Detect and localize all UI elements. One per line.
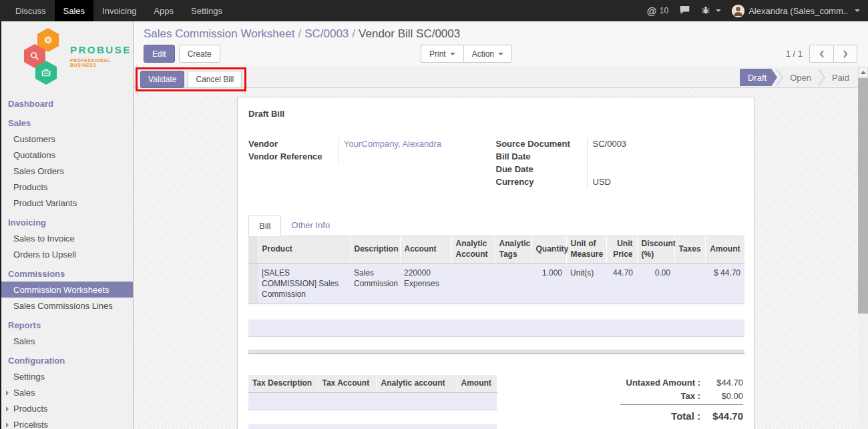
sidebar-section-invoicing[interactable]: Invoicing [1, 214, 133, 230]
cancel-bill-button[interactable]: Cancel Bill [188, 71, 242, 88]
menu-invoicing[interactable]: Invoicing [93, 0, 145, 21]
state-open[interactable]: Open [782, 69, 819, 86]
total-label: Total : [671, 410, 700, 422]
col-unit-price: Unit Price [606, 236, 637, 263]
sidebar-item-settings[interactable]: Settings [1, 368, 133, 384]
messages-button[interactable] [679, 5, 690, 17]
totals-divider [620, 404, 743, 405]
bug-icon [701, 5, 710, 17]
sidebar-item-quotations[interactable]: Quotations [1, 147, 133, 163]
col-analytic-tags: Analytic Tags [495, 236, 531, 263]
sidebar-section-sales[interactable]: Sales [1, 115, 133, 131]
chevron-left-icon [819, 49, 825, 59]
row-handle-column [248, 236, 258, 263]
field-groups: Vendor YourCompany, Alexandra Vendor Ref… [248, 138, 743, 189]
action-button[interactable]: Action [463, 45, 512, 63]
empty-stripe [248, 424, 497, 429]
print-caret-icon [450, 53, 455, 55]
breadcrumb-sc0003-link[interactable]: SC/0003 [304, 27, 349, 40]
create-button[interactable]: Create [179, 45, 220, 63]
mention-icon: @ [647, 5, 657, 17]
probuse-logo[interactable]: PROBUSE PROFESSIONAL BUSINESS [1, 21, 133, 92]
sidebar-item-customers[interactable]: Customers [1, 131, 133, 147]
menu-apps[interactable]: Apps [145, 0, 182, 21]
breadcrumb-current: Vendor Bill SC/0003 [359, 27, 460, 40]
sidebar-item-sales-orders[interactable]: Sales Orders [1, 163, 133, 179]
untaxed-amount-label: Untaxed Amount : [626, 378, 700, 388]
breadcrumb-separator: / [349, 27, 359, 40]
sheet-bottom: Tax Description Tax Account Analytic acc… [248, 375, 743, 429]
sidebar-item-commission-worksheets[interactable]: Commission Worksheets [1, 282, 133, 298]
total-row: Total : $44.70 [615, 407, 743, 424]
breadcrumb-worksheet-link[interactable]: Sales Commission Worksheet [144, 27, 294, 40]
scrollbar-up-button[interactable] [858, 67, 868, 77]
sidebar-item-reports-sales[interactable]: Sales [1, 333, 133, 349]
vendor-value-link[interactable]: YourCompany, Alexandra [338, 138, 496, 151]
cell-quantity: 1.000 [531, 263, 566, 304]
sidebar-item-products[interactable]: Products [1, 179, 133, 195]
inbox-mention-button[interactable]: @ 10 [647, 5, 669, 17]
tab-other-info[interactable]: Other Info [281, 216, 340, 236]
print-button[interactable]: Print [421, 45, 463, 63]
tax-cell [318, 392, 377, 410]
cell-analytic-account [451, 263, 495, 304]
sidebar-item-config-pricelists[interactable]: Pricelists [1, 416, 133, 429]
sidebar-section-commissions[interactable]: Commissions [1, 266, 133, 282]
bill-line-row[interactable]: [SALES COMMISSION] Sales Commission Sale… [248, 263, 744, 304]
bill-date-value [587, 151, 744, 163]
user-menu[interactable]: Alexandra (Sales_comm.. [732, 5, 860, 17]
sidebar-item-sales-to-invoice[interactable]: Sales to Invoice [1, 230, 133, 246]
logo-hexagons [24, 28, 65, 84]
col-tax-analytic-account: Analytic account [377, 375, 457, 392]
sidebar-item-config-products[interactable]: Products [1, 400, 133, 416]
sidebar-item-product-variants[interactable]: Product Variants [1, 195, 133, 211]
state-paid[interactable]: Paid [824, 69, 857, 86]
sidebar-section-reports[interactable]: Reports [1, 317, 133, 333]
sidebar: PROBUSE PROFESSIONAL BUSINESS Dashboard … [0, 21, 134, 429]
lines-header-row: Product Description Account Analytic Acc… [248, 236, 744, 263]
menu-settings[interactable]: Settings [182, 0, 231, 21]
state-draft[interactable]: Draft [740, 69, 777, 86]
cell-product: [SALES COMMISSION] Sales Commission [258, 263, 350, 304]
debug-menu-button[interactable] [701, 5, 721, 17]
due-date-label: Due Date [496, 163, 587, 176]
cell-analytic-tags [495, 263, 531, 304]
mention-count: 10 [660, 6, 668, 15]
col-tax-description: Tax Description [248, 375, 318, 392]
col-taxes: Taxes [674, 236, 705, 263]
vertical-scrollbar[interactable] [858, 67, 868, 429]
horizontal-scrollbar[interactable] [248, 350, 744, 354]
main-area: Sales Commission Worksheet/SC/0003/Vendo… [134, 21, 868, 429]
field-group-left: Vendor YourCompany, Alexandra Vendor Ref… [248, 138, 496, 189]
bill-sheet: Draft Bill Vendor YourCompany, Alexandra… [237, 97, 754, 429]
scrollbar-thumb[interactable] [858, 78, 868, 314]
sidebar-section-configuration[interactable]: Configuration [1, 352, 133, 368]
menu-discuss[interactable]: Discuss [7, 0, 55, 21]
cell-taxes [674, 263, 705, 304]
bill-date-label: Bill Date [496, 151, 587, 163]
untaxed-amount-row: Untaxed Amount : $44.70 [615, 376, 743, 389]
pager-next-button[interactable] [833, 45, 857, 63]
menu-sales[interactable]: Sales [55, 0, 94, 21]
topbar-systray: @ 10 [647, 0, 868, 21]
logo-subtitle: PROFESSIONAL BUSINESS [70, 58, 132, 67]
pager-previous-button[interactable] [809, 45, 833, 63]
logo-text: PROBUSE PROFESSIONAL BUSINESS [70, 45, 132, 67]
validate-button[interactable]: Validate [140, 71, 184, 88]
page-title: Draft Bill [248, 109, 743, 119]
user-caret-icon [855, 9, 860, 12]
cell-account: 220000 Expenses [400, 263, 451, 304]
edit-button[interactable]: Edit [144, 45, 175, 63]
sidebar-item-orders-to-upsell[interactable]: Orders to Upsell [1, 246, 133, 262]
currency-label: Currency [496, 176, 587, 189]
source-document-label: Source Document [496, 138, 587, 151]
tab-bill[interactable]: Bill [248, 216, 281, 236]
cell-amount: $ 44.70 [705, 263, 744, 304]
sidebar-item-sales-commissions-lines[interactable]: Sales Commissions Lines [1, 298, 133, 314]
print-action-group: Print Action [421, 45, 512, 63]
sidebar-item-dashboard[interactable]: Dashboard [1, 95, 133, 111]
vendor-reference-value [338, 151, 496, 163]
app-window: Discuss Sales Invoicing Apps Settings @ … [0, 0, 868, 429]
tax-empty-row [248, 392, 497, 410]
sidebar-item-config-sales[interactable]: Sales [1, 384, 133, 400]
